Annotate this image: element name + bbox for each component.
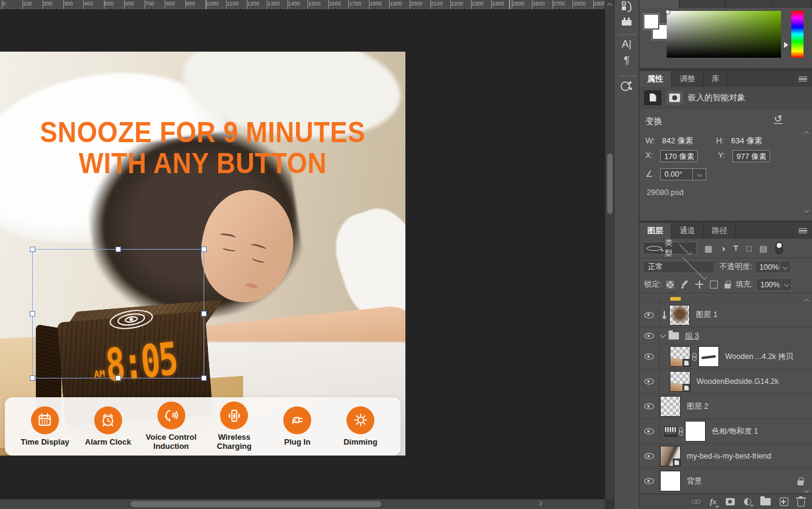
selection-handle[interactable] (30, 311, 35, 316)
color-field-cursor[interactable] (665, 9, 670, 15)
filter-type-dropdown[interactable]: 类型 (643, 242, 697, 254)
fill-dropdown[interactable] (782, 278, 792, 291)
layer-style-fx-icon[interactable]: fx (710, 497, 717, 507)
layer-row[interactable]: 图层 2 (639, 394, 812, 419)
new-group-icon[interactable] (760, 498, 771, 505)
angle-input[interactable]: 0.00° (660, 168, 693, 180)
layer-name[interactable]: Wooden ...4.2k 拷贝 (725, 352, 793, 362)
scroll-up-icon[interactable] (607, 3, 612, 8)
fill-value[interactable]: 100% (756, 278, 782, 291)
layer-name[interactable]: 背景 (687, 476, 702, 487)
blend-mode-dropdown[interactable]: 正常 (643, 261, 715, 273)
smart-object-icon[interactable] (644, 91, 661, 105)
tab-libraries[interactable]: 库 (704, 71, 728, 87)
visibility-toggle[interactable] (639, 328, 659, 344)
layer-row[interactable]: Wooden ...4.2k 拷贝 (639, 344, 812, 369)
adjustment-layer-row[interactable]: 色相/饱和度 1 (639, 419, 812, 444)
lock-all-icon[interactable] (724, 284, 731, 289)
filter-type-layers-icon[interactable]: T (734, 244, 738, 253)
layer-row[interactable]: WoodenBedside.G14.2k (639, 369, 812, 394)
background-layer-row[interactable]: 背景 (639, 469, 812, 494)
link-layers-icon[interactable] (692, 500, 701, 504)
selection-handle[interactable] (201, 311, 207, 316)
mask-thumbnail[interactable] (685, 421, 706, 442)
color-panel-tab-truncated[interactable] (680, 0, 726, 8)
scroll-right-icon[interactable] (537, 501, 542, 506)
selection-handle[interactable] (30, 375, 35, 381)
selection-handle[interactable] (115, 375, 121, 381)
visibility-toggle[interactable] (639, 394, 659, 418)
horizontal-ruler[interactable]: 0100200300400500600700800900100011001200… (0, 0, 605, 10)
tab-channels[interactable]: 通道 (672, 223, 704, 239)
group-expand-icon[interactable] (660, 332, 666, 338)
brush-settings-panel-icon[interactable] (614, 1, 639, 13)
reset-transform-icon[interactable]: ↺ (774, 115, 783, 124)
filter-smart-object-icon[interactable]: ▤ (759, 244, 767, 253)
transform-selection-box[interactable] (32, 249, 204, 378)
layer-name[interactable]: 图层 2 (687, 401, 708, 412)
angle-dropdown[interactable] (693, 168, 706, 180)
opacity-control[interactable]: 100% (755, 261, 791, 273)
fill-control[interactable]: 100% (756, 278, 792, 291)
visibility-toggle[interactable] (639, 469, 659, 493)
filter-shape-layers-icon[interactable]: □ (746, 244, 751, 253)
tab-paths[interactable]: 路径 (704, 223, 736, 239)
filter-pixel-layers-icon[interactable]: ▦ (704, 244, 712, 253)
layer-thumbnail[interactable] (660, 471, 681, 491)
scroll-down-icon[interactable] (804, 208, 809, 213)
filter-toggle-switch[interactable] (776, 242, 783, 254)
horizontal-scroll-thumb[interactable] (131, 501, 381, 507)
y-input[interactable]: 977 像素 (732, 150, 770, 162)
color-panel-tab-truncated[interactable] (726, 0, 772, 8)
layer-row-partial[interactable] (639, 297, 812, 302)
visibility-toggle[interactable] (639, 344, 659, 369)
layer-thumbnail[interactable] (670, 346, 690, 367)
vertical-scroll-thumb[interactable] (607, 154, 613, 214)
selection-handle[interactable] (201, 375, 207, 381)
mask-thumbnail[interactable] (698, 346, 719, 367)
filter-adjustment-layers-icon[interactable]: ◑ (720, 244, 725, 253)
add-layer-mask-icon[interactable] (726, 498, 735, 505)
color-panel-tab-truncated[interactable] (639, 0, 680, 8)
selection-handle[interactable] (115, 247, 121, 252)
lock-position-icon[interactable] (695, 281, 703, 289)
character-panel-icon[interactable]: A| (614, 38, 639, 50)
libraries-panel-icon[interactable] (614, 16, 639, 26)
visibility-toggle[interactable] (639, 419, 659, 443)
lock-artboard-icon[interactable] (710, 281, 718, 289)
delete-layer-icon[interactable] (797, 497, 805, 507)
new-adjustment-layer-icon[interactable] (744, 498, 751, 505)
panel-menu-icon[interactable] (799, 77, 807, 81)
layer-name[interactable]: WoodenBedside.G14.2k (697, 377, 779, 386)
new-layer-icon[interactable] (780, 497, 788, 506)
tab-properties[interactable]: 属性 (639, 71, 672, 87)
tab-adjustments[interactable]: 调整 (672, 71, 704, 87)
panel-menu-icon[interactable] (799, 228, 807, 233)
color-field[interactable] (667, 11, 781, 58)
share-panel-icon[interactable] (614, 79, 639, 94)
layer-thumbnail[interactable] (660, 396, 681, 417)
lock-pixels-icon[interactable] (681, 281, 689, 289)
canvas-horizontal-scrollbar[interactable] (0, 499, 605, 509)
x-input[interactable]: 170 像素 (660, 150, 698, 162)
scroll-up-icon[interactable] (804, 131, 809, 136)
layer-name[interactable]: 图层 1 (696, 310, 717, 320)
layer-row[interactable]: my-bed-is-my-best-friend (639, 444, 812, 469)
visibility-toggle[interactable] (639, 444, 659, 468)
opacity-value[interactable]: 100% (755, 261, 780, 273)
group-name[interactable]: 组 3 (685, 331, 699, 341)
masks-icon[interactable] (666, 91, 683, 105)
layer-row[interactable]: 图层 1 (639, 302, 812, 328)
group-row[interactable]: 组 3 (639, 328, 812, 344)
layer-name[interactable]: my-bed-is-my-best-friend (687, 452, 771, 460)
layer-name[interactable]: 色相/饱和度 1 (712, 426, 758, 437)
hue-saturation-icon[interactable] (664, 426, 677, 437)
paragraph-panel-icon[interactable]: ¶ (614, 55, 639, 67)
hue-slider-marker[interactable] (784, 42, 788, 48)
layer-thumbnail[interactable] (660, 446, 681, 466)
layer-thumbnail[interactable] (669, 305, 690, 326)
color-panel-tab-truncated[interactable] (772, 0, 812, 8)
opacity-dropdown[interactable] (780, 261, 791, 273)
hue-slider[interactable] (791, 11, 803, 58)
visibility-toggle[interactable] (639, 302, 659, 327)
